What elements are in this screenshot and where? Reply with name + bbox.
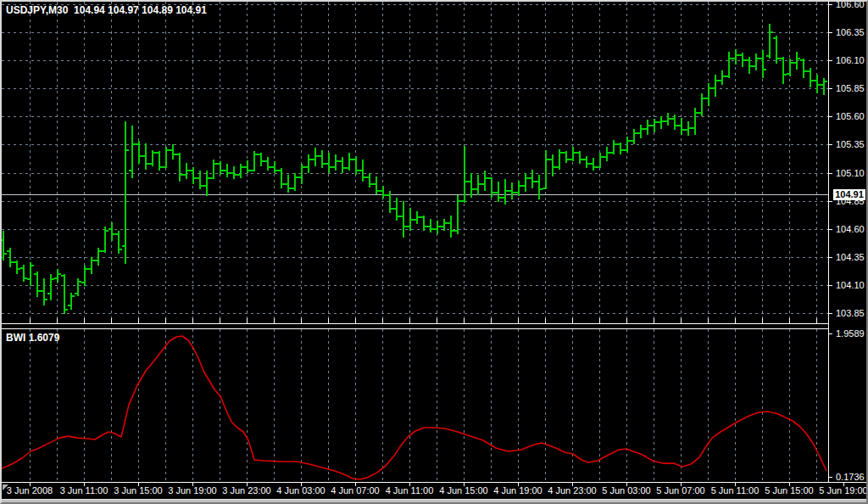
price-tick-mark (829, 201, 832, 202)
price-tick-mark (829, 88, 832, 89)
price-chart-canvas[interactable] (2, 2, 828, 323)
price-tick-label: 105.10 (836, 168, 865, 178)
current-price-tag: 104.91 (833, 189, 865, 200)
time-tick-label: 3 Jun 15:00 (108, 485, 169, 496)
price-tick-mark (829, 173, 832, 174)
time-tick-label: 5 Jun 19:00 (813, 485, 866, 496)
indicator-tick-mark (829, 333, 832, 334)
indicator-panel[interactable]: BWI 1.6079 (2, 329, 828, 482)
price-tick-label: 105.85 (836, 83, 865, 93)
time-tick-label: 4 Jun 15:00 (433, 485, 494, 496)
indicator-scale-label: 1.9589 (836, 328, 865, 339)
chart-symbol-period: USDJPY,M30 (6, 4, 68, 16)
time-tick-label: 5 Jun 07:00 (650, 485, 711, 496)
time-tick-label: 3 Jun 11:00 (53, 485, 114, 496)
price-tick-mark (829, 313, 832, 314)
price-tick-mark (829, 229, 832, 230)
price-tick-label: 104.60 (836, 224, 865, 234)
time-tick-label: 5 Jun 11:00 (704, 485, 765, 496)
price-tick-mark (829, 32, 832, 33)
price-tick-mark (829, 60, 832, 61)
chart-content: USDJPY,M30 104.94 104.97 104.89 104.91 B… (2, 2, 866, 502)
time-tick-label: 3 Jun 23:00 (216, 485, 277, 496)
time-tick-label: 4 Jun 07:00 (325, 485, 386, 496)
price-tick-mark (829, 116, 832, 117)
chart-title: USDJPY,M30 104.94 104.97 104.89 104.91 (6, 4, 207, 16)
price-tick-label: 106.10 (836, 55, 865, 65)
main-chart-panel[interactable]: USDJPY,M30 104.94 104.97 104.89 104.91 (2, 2, 828, 323)
price-tick-label: 104.10 (836, 280, 865, 290)
indicator-canvas[interactable] (2, 329, 828, 482)
time-tick-label: 5 Jun 15:00 (759, 485, 820, 496)
time-tick-label: 4 Jun 19:00 (487, 485, 548, 496)
time-axis[interactable]: 3 Jun 20083 Jun 11:003 Jun 15:003 Jun 19… (2, 482, 866, 499)
price-tick-label: 106.60 (836, 0, 865, 9)
price-tick-label: 103.85 (836, 308, 865, 318)
price-tick-mark (829, 144, 832, 145)
indicator-scale-label: 0.1736 (836, 472, 865, 482)
indicator-title: BWI 1.6079 (6, 332, 59, 344)
window-bottom-frame (2, 499, 866, 502)
indicator-tick-mark (829, 477, 832, 478)
panel-splitter[interactable] (2, 323, 828, 329)
bwi-indicator-line (2, 336, 826, 479)
time-tick-label: 4 Jun 11:00 (379, 485, 440, 496)
price-tick-label: 105.60 (836, 111, 865, 121)
price-tick-mark (829, 285, 832, 286)
price-axis[interactable]: 106.60106.35106.10105.85105.60105.35105.… (828, 2, 866, 482)
chart-ohlc-values: 104.94 104.97 104.89 104.91 (74, 4, 207, 16)
price-tick-label: 106.35 (836, 27, 865, 37)
time-tick-label: 4 Jun 23:00 (542, 485, 603, 496)
time-tick-label: 4 Jun 03:00 (270, 485, 331, 496)
time-tick-label: 5 Jun 03:00 (596, 485, 657, 496)
chart-window: USDJPY,M30 104.94 104.97 104.89 104.91 B… (0, 0, 868, 504)
price-tick-mark (829, 257, 832, 258)
time-tick-label: 3 Jun 2008 (2, 485, 60, 496)
price-tick-label: 105.35 (836, 139, 865, 149)
price-tick-label: 104.35 (836, 252, 865, 262)
price-tick-mark (829, 4, 832, 5)
time-tick-label: 3 Jun 19:00 (162, 485, 223, 496)
